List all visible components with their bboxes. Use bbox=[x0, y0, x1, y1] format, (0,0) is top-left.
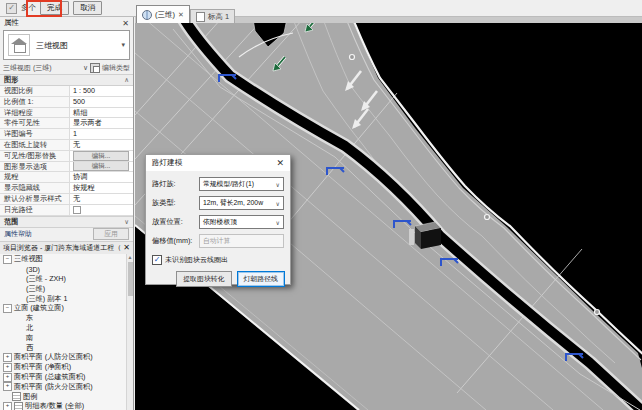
tree-item[interactable]: 图例 bbox=[0, 392, 133, 402]
close-icon[interactable]: ✕ bbox=[276, 158, 284, 168]
dialog-titlebar[interactable]: 路灯建模 ✕ bbox=[146, 155, 290, 171]
tree-item[interactable]: +面积平面 (净面积) bbox=[0, 362, 133, 372]
section-graphics[interactable]: 图形 ∧ bbox=[0, 74, 133, 86]
property-value[interactable]: 协调 bbox=[70, 172, 133, 182]
chevron-down-icon: ∨ bbox=[276, 200, 280, 207]
property-label: 图形显示选项 bbox=[0, 162, 70, 172]
tree-expander-icon[interactable]: − bbox=[3, 304, 12, 313]
chevron-down-icon: ∨ bbox=[276, 219, 280, 226]
chevron-down-icon[interactable]: ▾ bbox=[121, 41, 125, 49]
tab-close-icon[interactable]: ✕ bbox=[178, 11, 184, 19]
tree-item[interactable]: 东 bbox=[0, 313, 133, 323]
property-label: 视图比例 bbox=[0, 86, 70, 96]
property-row: 显示隐藏线按规程 bbox=[0, 183, 133, 194]
property-value[interactable]: 无 bbox=[70, 140, 133, 150]
tree-item[interactable]: 西 bbox=[0, 343, 133, 353]
property-value[interactable]: 精细 bbox=[70, 108, 133, 118]
tree-item[interactable]: +面积平面 (防火分区面积) bbox=[0, 382, 133, 392]
properties-header: 属性 ✕ bbox=[0, 17, 133, 29]
tree-item[interactable]: +面积平面 (人防分区面积) bbox=[0, 353, 133, 363]
collapse-icon[interactable]: ∧ bbox=[124, 76, 129, 84]
close-icon[interactable]: ✕ bbox=[123, 243, 130, 252]
tree-item[interactable]: (三维) 副本 1 bbox=[0, 294, 133, 304]
property-value[interactable]: 显示两者 bbox=[70, 118, 133, 128]
tree-expander-icon[interactable]: − bbox=[3, 255, 12, 264]
tree-item[interactable]: (三维) bbox=[0, 284, 133, 294]
property-value[interactable]: 编辑... bbox=[70, 151, 133, 161]
properties-help-link[interactable]: 属性帮助 bbox=[4, 229, 32, 239]
tree-item-label: 面积平面 (总建筑面积) bbox=[14, 372, 85, 382]
dialog-checkbox-row: ✓ 未识别图块云线圈出 bbox=[146, 253, 290, 265]
lamp-along-path-button[interactable]: 灯朝路径线 bbox=[237, 271, 285, 287]
tab-3d-view[interactable]: (三维) ✕ bbox=[136, 5, 190, 23]
tab-level-1[interactable]: 标高 1 bbox=[190, 9, 235, 23]
edit-button[interactable]: 编辑... bbox=[73, 162, 129, 172]
field-label: 路灯族: bbox=[152, 179, 199, 189]
property-rows: 视图比例1 : 500比例值 1:500详细程度精细零件可见性显示两者详图编号1… bbox=[0, 86, 133, 216]
select-value: 常规模型/路灯(1) bbox=[203, 179, 254, 189]
tree-expander-icon[interactable]: + bbox=[3, 402, 12, 410]
field-select[interactable]: 常规模型/路灯(1)∨ bbox=[199, 177, 284, 191]
scroll-up-icon[interactable]: ▲ bbox=[127, 254, 133, 261]
cancel-button[interactable]: 取消 bbox=[73, 1, 102, 15]
tree-expander-icon[interactable]: + bbox=[3, 382, 12, 391]
tree-spacer bbox=[3, 393, 10, 400]
type-selector[interactable]: 三维视图 ▾ bbox=[3, 30, 130, 60]
tree-item-label: 东 bbox=[26, 313, 33, 323]
expand-icon[interactable]: ∨ bbox=[124, 218, 129, 226]
tree-expander-icon[interactable]: + bbox=[3, 373, 12, 382]
close-icon[interactable]: ✕ bbox=[122, 19, 129, 28]
edit-button[interactable]: 编辑... bbox=[73, 151, 129, 161]
tree-expander-icon[interactable]: + bbox=[3, 353, 12, 362]
checkbox-checked[interactable]: ✓ bbox=[152, 255, 162, 265]
tree-item[interactable]: +明细表/数量 (全部) bbox=[0, 402, 133, 410]
field-select[interactable]: 12m, 臂长2m, 200w∨ bbox=[199, 196, 284, 210]
chevron-down-icon: ∨ bbox=[276, 181, 280, 188]
tree-spacer bbox=[17, 285, 24, 292]
property-row: 详细程度精细 bbox=[0, 108, 133, 119]
properties-footer: 属性帮助 应用 bbox=[0, 228, 133, 241]
apply-button[interactable]: 应用 bbox=[93, 228, 129, 240]
field-select[interactable]: 依附楼板顶∨ bbox=[199, 215, 284, 229]
tree-item[interactable]: (3D) bbox=[0, 264, 133, 274]
tree-item[interactable]: 南 bbox=[0, 333, 133, 343]
value-checkbox[interactable] bbox=[73, 206, 81, 214]
property-label: 零件可见性 bbox=[0, 118, 70, 128]
property-value[interactable]: 编辑... bbox=[70, 162, 133, 172]
edit-type-button[interactable]: 编辑类型 bbox=[102, 63, 130, 73]
extract-blocks-button[interactable]: 提取图块转化 bbox=[176, 271, 231, 287]
property-label: 显示隐藏线 bbox=[0, 183, 70, 193]
property-row: 详图编号1 bbox=[0, 129, 133, 140]
tree-item[interactable]: −立面 (建筑立面) bbox=[0, 304, 133, 314]
checkbox-label: 未识别图块云线圈出 bbox=[165, 255, 228, 265]
property-value[interactable]: 1 bbox=[70, 129, 133, 139]
multiple-checkbox[interactable]: ✓ bbox=[6, 3, 17, 14]
instance-combo[interactable]: 三维视图 (三维) bbox=[3, 63, 81, 73]
property-value[interactable]: 500 bbox=[70, 97, 133, 107]
tree-scrollbar[interactable]: ▲ bbox=[126, 254, 133, 410]
tree-item[interactable]: −三维视图 bbox=[0, 255, 133, 265]
finish-button[interactable]: 完成 bbox=[40, 1, 69, 15]
property-label: 详细程度 bbox=[0, 108, 70, 118]
tree-item-label: 立面 (建筑立面) bbox=[14, 303, 64, 313]
tree-item-label: (三维) bbox=[26, 284, 45, 294]
property-value[interactable]: 按规程 bbox=[70, 183, 133, 193]
section-extents[interactable]: 范围 ∨ bbox=[0, 216, 133, 228]
field-label: 族类型: bbox=[152, 198, 199, 208]
property-label: 日光路径 bbox=[0, 205, 70, 215]
dialog-field: 偏移值(mm):自动计算 bbox=[152, 234, 284, 248]
tree-item[interactable]: 北 bbox=[0, 323, 133, 333]
property-row: 图形显示选项编辑... bbox=[0, 162, 133, 173]
property-value[interactable]: 1 : 500 bbox=[70, 86, 133, 96]
options-bar: ✓ 多个 完成 取消 bbox=[0, 0, 642, 17]
combo-arrow-icon[interactable]: ∨ bbox=[83, 64, 88, 72]
property-row: 默认分析显示样式无 bbox=[0, 194, 133, 205]
scroll-thumb[interactable] bbox=[128, 262, 133, 296]
property-value[interactable] bbox=[70, 205, 133, 215]
tree-spacer bbox=[17, 266, 24, 273]
tree-item[interactable]: (三维 - ZXH) bbox=[0, 274, 133, 284]
tree-expander-icon[interactable]: + bbox=[3, 363, 12, 372]
property-value[interactable]: 无 bbox=[70, 194, 133, 204]
tree-item[interactable]: +面积平面 (总建筑面积) bbox=[0, 372, 133, 382]
tree-spacer bbox=[17, 315, 24, 322]
